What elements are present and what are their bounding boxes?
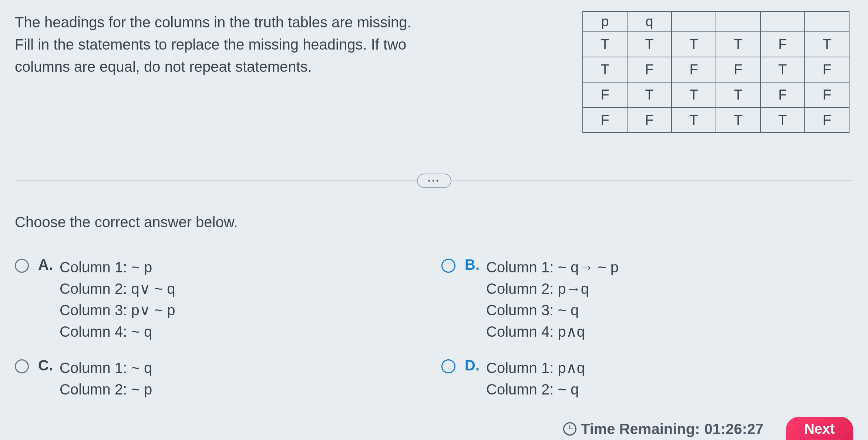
cell: F <box>672 57 716 82</box>
cell: F <box>805 82 849 107</box>
answer-c-lines: Column 1: ~ q Column 2: ~ p <box>60 357 152 400</box>
cell: T <box>672 32 716 57</box>
cell: T <box>760 57 805 82</box>
th-p: p <box>583 11 627 32</box>
cell: T <box>716 32 760 57</box>
cell: F <box>716 57 760 82</box>
answer-b-lines: Column 1: ~ q→ ~ p Column 2: p→q Column … <box>486 256 619 342</box>
cell: F <box>627 107 672 132</box>
cell: F <box>627 57 672 82</box>
divider-ellipsis-icon[interactable]: ••• <box>417 174 451 188</box>
radio-icon[interactable] <box>441 259 455 273</box>
radio-icon[interactable] <box>441 359 455 373</box>
cell: F <box>583 82 627 107</box>
answer-option-a[interactable]: A. Column 1: ~ p Column 2: q∨ ~ q Column… <box>15 256 427 342</box>
answer-option-d[interactable]: D. Column 1: p∧q Column 2: ~ q <box>441 357 853 400</box>
question-text: The headings for the columns in the trut… <box>15 11 422 78</box>
radio-icon[interactable] <box>15 359 29 373</box>
clock-icon <box>563 422 576 436</box>
cell: T <box>672 82 716 107</box>
cell: T <box>627 32 672 57</box>
cell: T <box>583 32 627 57</box>
time-remaining: Time Remaining: 01:26:27 <box>563 421 764 437</box>
cell: T <box>583 57 627 82</box>
th-4 <box>716 11 760 32</box>
time-value: 01:26:27 <box>704 421 764 437</box>
radio-icon[interactable] <box>15 259 29 273</box>
answer-a-label: A. <box>38 256 53 273</box>
cell: F <box>805 57 849 82</box>
cell: F <box>760 32 805 57</box>
th-q: q <box>627 11 672 32</box>
th-6 <box>805 11 849 32</box>
truth-table: p q T T T T F T T F F F T F <box>582 11 850 133</box>
answer-d-lines: Column 1: p∧q Column 2: ~ q <box>486 357 585 400</box>
cell: T <box>760 107 805 132</box>
answer-d-label: D. <box>465 357 480 374</box>
cell: T <box>805 32 849 57</box>
answer-b-label: B. <box>465 256 480 273</box>
cell: F <box>760 82 805 107</box>
th-5 <box>760 11 805 32</box>
cell: T <box>672 107 716 132</box>
cell: F <box>805 107 849 132</box>
answer-c-label: C. <box>38 357 53 374</box>
cell: T <box>716 107 760 132</box>
th-3 <box>672 11 716 32</box>
divider-line <box>451 181 854 181</box>
answer-option-b[interactable]: B. Column 1: ~ q→ ~ p Column 2: p→q Colu… <box>441 256 853 342</box>
cell: F <box>583 107 627 132</box>
cell: T <box>627 82 672 107</box>
divider-line <box>15 181 417 181</box>
answer-option-c[interactable]: C. Column 1: ~ q Column 2: ~ p <box>15 357 427 400</box>
time-label: Time Remaining: <box>581 421 700 437</box>
cell: T <box>716 82 760 107</box>
next-button[interactable]: Next <box>786 417 853 440</box>
footer-bar: Time Remaining: 01:26:27 Next <box>0 418 868 440</box>
choose-answer-heading: Choose the correct answer below. <box>15 214 853 231</box>
answer-a-lines: Column 1: ~ p Column 2: q∨ ~ q Column 3:… <box>60 256 175 342</box>
